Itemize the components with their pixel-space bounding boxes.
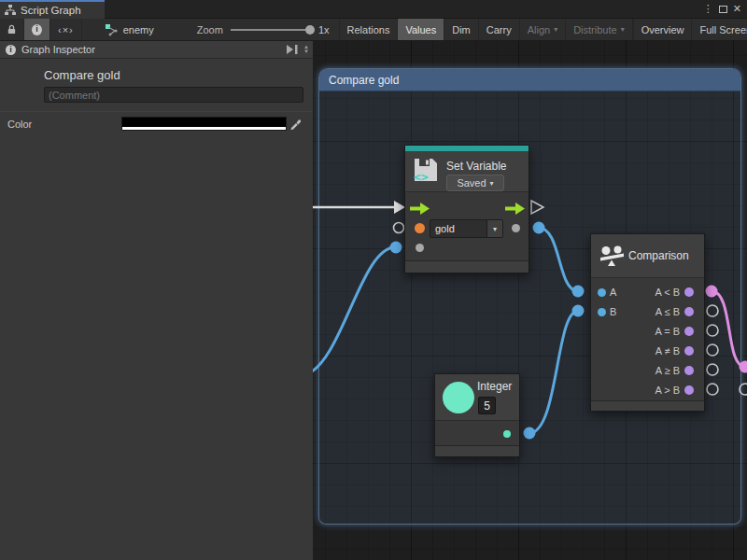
node-set-variable[interactable]: <> Set Variable Saved ▾ gold ▾ (404, 145, 529, 273)
connection-end-dot[interactable] (390, 242, 402, 254)
output-port-a-gt-b[interactable] (684, 385, 694, 395)
unconnected-port-ring[interactable] (707, 305, 718, 316)
variable-kind-dropdown[interactable]: Saved ▾ (446, 175, 504, 191)
set-variable-header: <> Set Variable Saved ▾ (405, 151, 529, 192)
info-icon: i (6, 45, 16, 55)
output-label-a-neq-b: A ≠ B (655, 345, 680, 357)
output-port-a-gte-b[interactable] (684, 366, 694, 375)
unconnected-port-ring[interactable] (707, 384, 718, 395)
connection-end-dot[interactable] (572, 305, 585, 317)
connection-start-dot[interactable] (533, 222, 545, 234)
svg-text:<>: <> (414, 170, 429, 184)
toolbar-button-carry[interactable]: Carry (479, 19, 520, 40)
node-comparison[interactable]: Comparison A B A < B A ≤ B A = B A ≠ B A… (590, 233, 705, 412)
connection-start-dot[interactable] (706, 286, 718, 298)
dim-label: Dim (452, 24, 471, 35)
integer-header: Integer 5 (435, 374, 519, 421)
graph-reference[interactable]: enemy (82, 19, 163, 40)
unconnected-port-ring[interactable] (707, 325, 718, 336)
output-port-a-eq-b[interactable] (684, 327, 694, 336)
caret-down-icon: ▾ (486, 220, 502, 237)
inspector-divider (0, 111, 313, 112)
zoom-slider[interactable] (231, 29, 311, 31)
connection-end-dot[interactable] (572, 286, 585, 298)
connection-end-dot[interactable] (740, 361, 747, 373)
comment-input[interactable] (44, 87, 303, 103)
variable-name-dropdown[interactable]: gold ▾ (430, 219, 503, 238)
inspector-toggle-button[interactable]: i (24, 19, 50, 40)
zoom-value: 1x (318, 24, 330, 35)
graph-canvas: Compare gold (313, 41, 747, 560)
output-label-a-eq-b: A = B (655, 326, 680, 337)
code-view-icon: ‹×› (58, 24, 74, 35)
graph-reference-label: enemy (123, 24, 154, 35)
connection-aless-b-out[interactable] (712, 291, 745, 367)
lock-button[interactable] (0, 19, 24, 40)
toolbar-button-dim[interactable]: Dim (444, 19, 479, 40)
output-label-a-gte-b: A ≥ B (655, 365, 680, 376)
lock-icon (7, 23, 16, 35)
fullscreen-label: Full Screen (699, 24, 747, 35)
panel-scroll-spinner[interactable]: ▲ ▼ (303, 45, 309, 54)
code-view-button[interactable]: ‹×› (50, 19, 82, 40)
fallback-value-port[interactable] (416, 244, 424, 252)
variable-name-value: gold (430, 220, 486, 237)
output-port-a-neq-b[interactable] (684, 346, 694, 356)
window-menu-icon[interactable]: ⋮ (703, 4, 713, 14)
output-port-a-lte-b[interactable] (684, 307, 694, 316)
close-icon[interactable]: ✕ (733, 4, 741, 14)
input-port-a[interactable] (598, 288, 606, 297)
graph-asset-icon (105, 23, 119, 36)
value-connection-to-set-variable[interactable] (313, 247, 395, 374)
maximize-icon[interactable] (719, 6, 727, 13)
output-value-port[interactable] (512, 224, 520, 232)
align-label: Align (528, 24, 550, 35)
unconnected-port-ring[interactable] (740, 384, 747, 395)
output-port-a-lt-b[interactable] (684, 287, 694, 297)
output-label-a-lte-b: A ≤ B (655, 306, 680, 317)
output-label-a-gt-b: A > B (655, 385, 680, 396)
save-variable-icon: <> (412, 156, 440, 184)
node-integer-literal[interactable]: Integer 5 (434, 373, 520, 457)
connection-integer-to-b[interactable] (529, 311, 578, 433)
toolbar-button-align[interactable]: Align ▾ (520, 19, 566, 40)
zoom-label: Zoom (197, 24, 223, 35)
toolbar-button-relations[interactable]: Relations (339, 19, 399, 40)
integer-output-port[interactable] (503, 430, 511, 438)
connection-setvariable-to-a[interactable] (539, 228, 578, 291)
overview-label: Overview (641, 24, 684, 35)
node-footer (405, 260, 529, 273)
unconnected-port-ring[interactable] (707, 364, 718, 375)
tab-title: Script Graph (21, 5, 81, 16)
inspected-graph-title: Compare gold (44, 68, 313, 82)
unity-script-graph-window: Script Graph ⋮ ✕ i ‹×› (0, 0, 747, 560)
unconnected-port-ring[interactable] (707, 344, 718, 356)
comparison-header: Comparison (591, 234, 704, 278)
toolbar-button-fullscreen[interactable]: Full Screen (692, 19, 747, 40)
integer-value-field[interactable]: 5 (478, 397, 496, 414)
zoom-slider-handle[interactable] (305, 25, 315, 35)
node-title: Set Variable (446, 160, 506, 173)
spin-down-icon[interactable]: ▼ (303, 49, 309, 54)
distribute-label: Distribute (573, 24, 616, 35)
input-label-a: A (610, 287, 616, 298)
eyedropper-button[interactable] (287, 117, 303, 131)
toolbar-button-values[interactable]: Values (398, 19, 444, 40)
input-port-b[interactable] (598, 308, 606, 316)
color-swatch[interactable] (121, 117, 287, 131)
tab-script-graph[interactable]: Script Graph (0, 0, 105, 19)
connection-start-dot[interactable] (524, 427, 536, 440)
toolbar-button-distribute[interactable]: Distribute ▾ (566, 19, 632, 40)
unconnected-flow-triangle[interactable] (531, 201, 543, 214)
unconnected-port-ring[interactable] (394, 223, 404, 233)
integer-type-icon (443, 382, 474, 413)
color-field-row: Color (0, 117, 313, 131)
flow-in-port[interactable] (410, 203, 430, 215)
caret-down-icon: ▾ (490, 179, 494, 188)
flow-out-port[interactable] (505, 203, 525, 215)
dock-panel-icon[interactable] (286, 45, 299, 54)
variable-name-port[interactable] (415, 223, 425, 233)
node-footer (591, 400, 704, 411)
toolbar-button-overview[interactable]: Overview (633, 19, 693, 40)
node-footer (435, 445, 519, 456)
